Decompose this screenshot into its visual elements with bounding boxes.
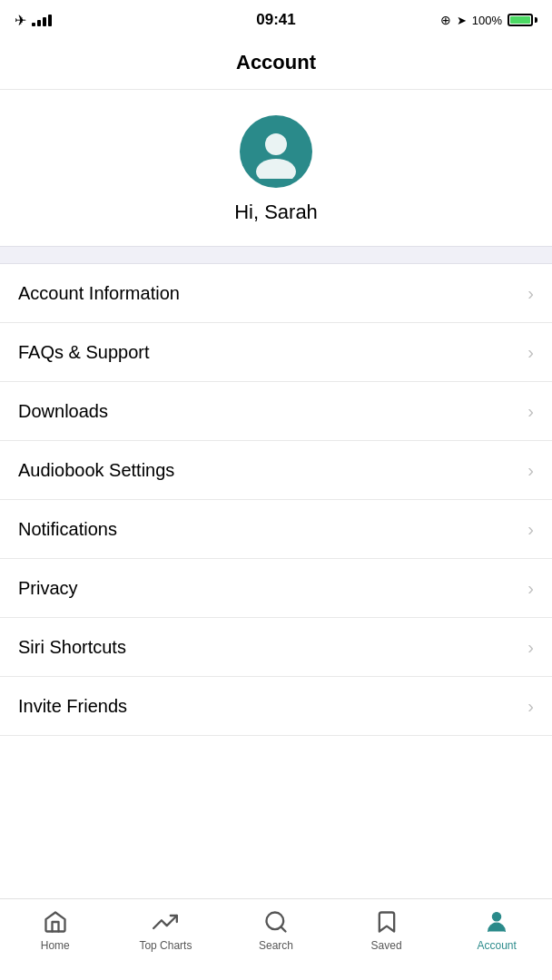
chevron-right-icon: › (527, 460, 534, 481)
greeting-text: Hi, Sarah (234, 201, 318, 224)
nav-label-home: Home (41, 939, 70, 952)
menu-item-account-information[interactable]: Account Information › (0, 264, 552, 323)
menu-item-audiobook-settings[interactable]: Audiobook Settings › (0, 441, 552, 500)
page-title: Account (236, 51, 316, 74)
profile-section: Hi, Sarah (0, 90, 552, 246)
location-icon: ⊕ (440, 13, 451, 27)
signal-bar-1 (32, 23, 35, 26)
chevron-right-icon: › (527, 637, 534, 658)
signal-bars (32, 14, 52, 26)
chevron-right-icon: › (527, 401, 534, 422)
menu-item-label-account-information: Account Information (18, 283, 180, 304)
person-icon (483, 908, 510, 936)
signal-bar-2 (37, 20, 41, 26)
page-header: Account (0, 40, 552, 90)
menu-item-privacy[interactable]: Privacy › (0, 559, 552, 618)
avatar (240, 115, 312, 188)
section-divider (0, 246, 552, 264)
status-bar: ✈ 09:41 ⊕ ➤ 100% (0, 0, 552, 40)
menu-list: Account Information › FAQs & Support › D… (0, 264, 552, 736)
nav-label-search: Search (259, 939, 293, 952)
menu-item-label-privacy: Privacy (18, 578, 78, 599)
menu-item-faqs-support[interactable]: FAQs & Support › (0, 323, 552, 382)
chevron-right-icon: › (527, 283, 534, 304)
home-icon (42, 908, 69, 936)
menu-item-label-invite-friends: Invite Friends (18, 696, 127, 717)
nav-label-saved: Saved (371, 939, 402, 952)
menu-item-label-siri-shortcuts: Siri Shortcuts (18, 637, 126, 658)
nav-item-search[interactable]: Search (221, 908, 331, 952)
battery-indicator (508, 14, 537, 26)
menu-item-label-notifications: Notifications (18, 519, 117, 540)
signal-bar-4 (48, 15, 52, 26)
nav-item-account[interactable]: Account (441, 908, 552, 952)
nav-item-top-charts[interactable]: Top Charts (111, 908, 222, 952)
nav-label-top-charts: Top Charts (139, 939, 192, 952)
svg-point-1 (256, 159, 296, 179)
status-time: 09:41 (256, 11, 295, 29)
avatar-icon (249, 124, 303, 179)
status-right: ⊕ ➤ 100% (440, 13, 537, 27)
menu-item-label-audiobook-settings: Audiobook Settings (18, 460, 174, 481)
chevron-right-icon: › (527, 696, 534, 717)
svg-line-3 (281, 926, 285, 931)
bottom-navigation: Home Top Charts Search Saved Account (0, 898, 552, 980)
menu-item-invite-friends[interactable]: Invite Friends › (0, 677, 552, 736)
menu-item-downloads[interactable]: Downloads › (0, 382, 552, 441)
nav-label-account: Account (477, 939, 516, 952)
svg-point-4 (493, 913, 501, 921)
bookmark-icon (373, 908, 400, 936)
chevron-right-icon: › (527, 578, 534, 599)
nav-item-home[interactable]: Home (0, 908, 111, 952)
airplane-icon: ✈ (15, 12, 26, 29)
signal-bar-3 (43, 17, 46, 26)
svg-point-0 (265, 133, 287, 155)
search-icon (262, 908, 290, 936)
trending-up-icon (152, 908, 179, 936)
chevron-right-icon: › (527, 342, 534, 363)
status-left: ✈ (15, 12, 52, 29)
nav-item-saved[interactable]: Saved (331, 908, 442, 952)
gps-icon: ➤ (457, 14, 467, 27)
menu-item-label-faqs-support: FAQs & Support (18, 342, 150, 363)
menu-item-siri-shortcuts[interactable]: Siri Shortcuts › (0, 618, 552, 677)
menu-item-label-downloads: Downloads (18, 401, 108, 422)
chevron-right-icon: › (527, 519, 534, 540)
menu-item-notifications[interactable]: Notifications › (0, 500, 552, 559)
battery-percent: 100% (472, 14, 502, 27)
